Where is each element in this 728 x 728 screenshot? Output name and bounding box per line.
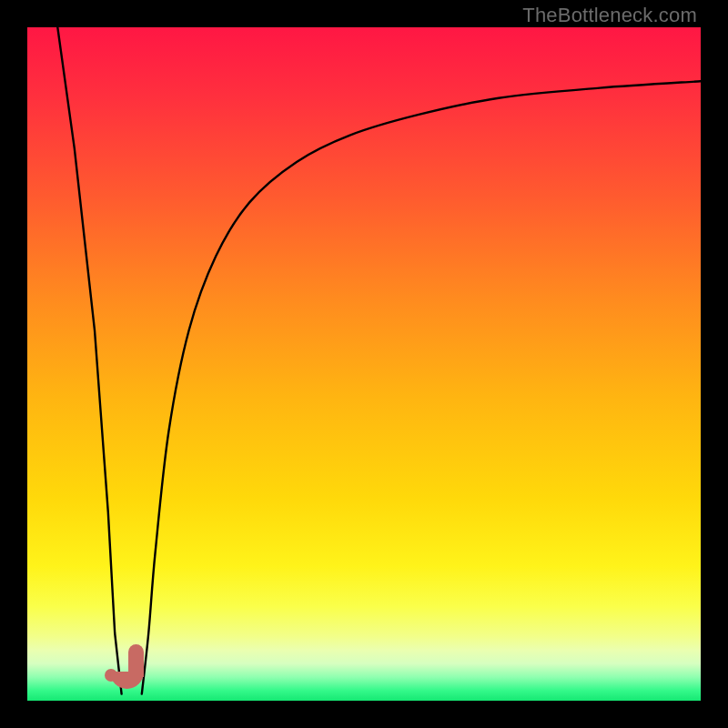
outer-frame: TheBottleneck.com	[0, 0, 728, 728]
watermark-text: TheBottleneck.com	[522, 4, 697, 27]
optimal-marker-bowl	[110, 672, 144, 689]
plot-area	[27, 27, 701, 701]
optimal-marker	[27, 27, 701, 701]
